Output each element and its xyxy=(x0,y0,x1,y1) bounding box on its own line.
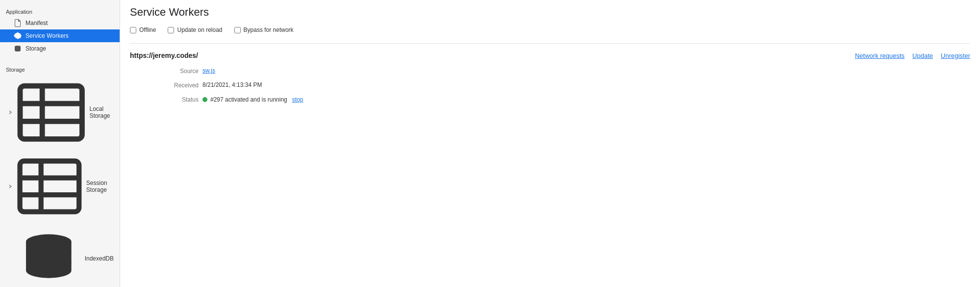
update-link[interactable]: Update xyxy=(912,52,933,59)
sw-details: Source sw.js Received 8/21/2021, 4:13:34… xyxy=(130,67,970,103)
main-content: Service Workers Offline Update on reload… xyxy=(120,0,980,287)
chevron-right-icon xyxy=(8,110,13,115)
db-icon-storage xyxy=(14,45,22,52)
sw-actions: Network requests Update Unregister xyxy=(855,52,970,59)
svg-rect-1 xyxy=(20,86,82,139)
storage-section-title: Storage xyxy=(0,63,120,75)
options-bar: Offline Update on reload Bypass for netw… xyxy=(130,26,970,33)
received-value: 8/21/2021, 4:13:34 PM xyxy=(202,81,970,89)
source-link[interactable]: sw.js xyxy=(202,67,215,74)
sidebar-item-manifest[interactable]: Manifest xyxy=(0,17,120,29)
session-storage-label: Session Storage xyxy=(86,180,114,193)
sw-header: https://jeremy.codes/ Network requests U… xyxy=(130,52,970,59)
update-on-reload-option[interactable]: Update on reload xyxy=(168,26,222,33)
sidebar: Application Manifest Service Workers Sto… xyxy=(0,0,120,287)
offline-label: Offline xyxy=(139,26,156,33)
bypass-for-network-checkbox[interactable] xyxy=(234,27,241,33)
service-worker-entry: https://jeremy.codes/ Network requests U… xyxy=(130,43,970,103)
application-section-title: Application xyxy=(0,5,120,17)
sw-origin: https://jeremy.codes/ xyxy=(130,52,198,59)
manifest-label: Manifest xyxy=(25,20,48,26)
source-label: Source xyxy=(159,67,199,75)
bypass-for-network-label: Bypass for network xyxy=(244,26,294,33)
stop-link[interactable]: stop xyxy=(292,96,303,103)
svg-rect-5 xyxy=(20,161,79,212)
table-icon-session xyxy=(16,153,83,220)
sidebar-item-session-storage[interactable]: Session Storage xyxy=(0,150,120,223)
offline-option[interactable]: Offline xyxy=(130,26,156,33)
status-label: Status xyxy=(159,96,199,103)
offline-checkbox[interactable] xyxy=(130,27,136,33)
sidebar-item-local-storage[interactable]: Local Storage xyxy=(0,75,120,150)
bypass-for-network-option[interactable]: Bypass for network xyxy=(234,26,294,33)
indexeddb-label: IndexedDB xyxy=(85,255,114,262)
update-on-reload-checkbox[interactable] xyxy=(168,27,174,33)
db-icon-indexed xyxy=(16,225,82,287)
gear-icon xyxy=(14,32,22,40)
sidebar-item-indexeddb[interactable]: IndexedDB xyxy=(0,223,120,287)
update-on-reload-label: Update on reload xyxy=(177,26,222,33)
status-text: #297 activated and is running xyxy=(210,96,287,103)
table-icon-local xyxy=(16,77,86,148)
source-value: sw.js xyxy=(202,67,970,75)
local-storage-label: Local Storage xyxy=(89,105,114,119)
page-title: Service Workers xyxy=(130,6,970,19)
sidebar-item-storage[interactable]: Storage xyxy=(0,42,120,55)
sidebar-item-service-workers[interactable]: Service Workers xyxy=(0,29,120,42)
received-label: Received xyxy=(159,81,199,89)
network-requests-link[interactable]: Network requests xyxy=(855,52,905,59)
unregister-link[interactable]: Unregister xyxy=(941,52,970,59)
chevron-right-icon-2 xyxy=(8,184,13,189)
file-icon xyxy=(14,19,22,27)
status-dot-green xyxy=(202,97,207,102)
status-value: #297 activated and is running stop xyxy=(202,96,970,103)
storage-label: Storage xyxy=(25,45,46,52)
service-workers-label: Service Workers xyxy=(25,32,69,39)
